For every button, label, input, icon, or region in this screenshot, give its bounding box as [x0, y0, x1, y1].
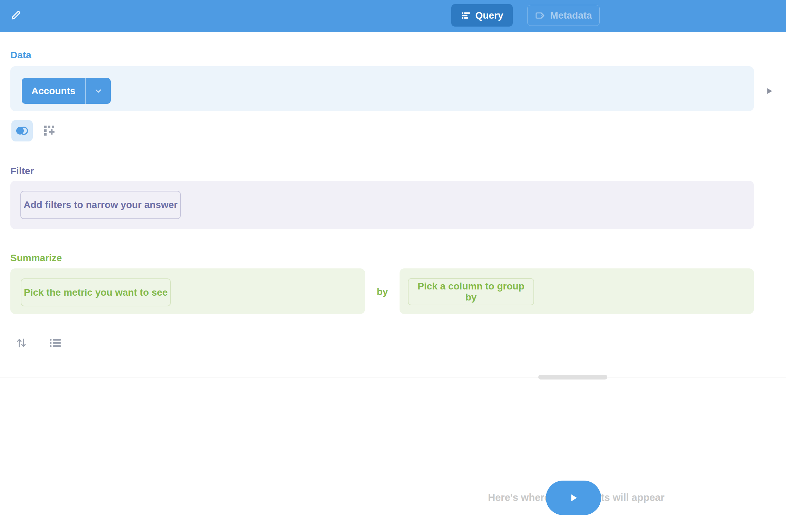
notebook-list-icon: [461, 11, 471, 20]
row-limit-button[interactable]: [48, 335, 63, 351]
sort-icon: [16, 338, 27, 348]
custom-column-icon: [43, 125, 56, 137]
filter-section-label: Filter: [10, 166, 34, 177]
top-header-bar: Query Metadata: [0, 0, 786, 32]
summarize-section-label: Summarize: [10, 253, 62, 264]
join-icon: [15, 126, 29, 136]
pick-groupby-button[interactable]: Pick a column to group by: [408, 278, 534, 305]
data-source-caret[interactable]: [85, 78, 111, 104]
tab-metadata[interactable]: Metadata: [527, 5, 600, 26]
list-icon: [50, 338, 61, 347]
data-clause-container: Accounts: [10, 66, 754, 111]
tab-metadata-label: Metadata: [550, 10, 592, 21]
tab-query[interactable]: Query: [451, 4, 513, 27]
sort-step-button[interactable]: [14, 335, 29, 351]
run-query-button[interactable]: [546, 481, 601, 515]
pencil-icon: [11, 10, 21, 20]
panel-divider: [0, 377, 786, 377]
play-icon: [568, 492, 579, 504]
edit-question-button[interactable]: [8, 8, 23, 23]
chevron-down-icon: [94, 87, 103, 96]
data-section-label: Data: [10, 50, 31, 61]
resize-drag-handle[interactable]: [538, 375, 607, 380]
tab-query-label: Query: [475, 10, 503, 21]
summarize-metric-container: Pick the metric you want to see: [10, 268, 365, 314]
summarize-groupby-container: Pick a column to group by: [400, 268, 754, 314]
custom-column-button[interactable]: [43, 124, 57, 138]
query-builder-page: Query Metadata Data Accounts Filter Add …: [0, 0, 786, 532]
tag-icon: [535, 10, 545, 21]
data-source-label: Accounts: [22, 78, 85, 104]
join-data-button[interactable]: [11, 120, 33, 141]
summarize-by-label: by: [373, 286, 392, 297]
filter-clause-container: Add filters to narrow your answer: [10, 181, 754, 229]
pick-metric-button[interactable]: Pick the metric you want to see: [21, 278, 171, 306]
data-preview-button[interactable]: [763, 84, 776, 98]
play-icon: [765, 87, 774, 95]
add-filter-button[interactable]: Add filters to narrow your answer: [20, 191, 181, 219]
data-source-button[interactable]: Accounts: [22, 78, 111, 104]
